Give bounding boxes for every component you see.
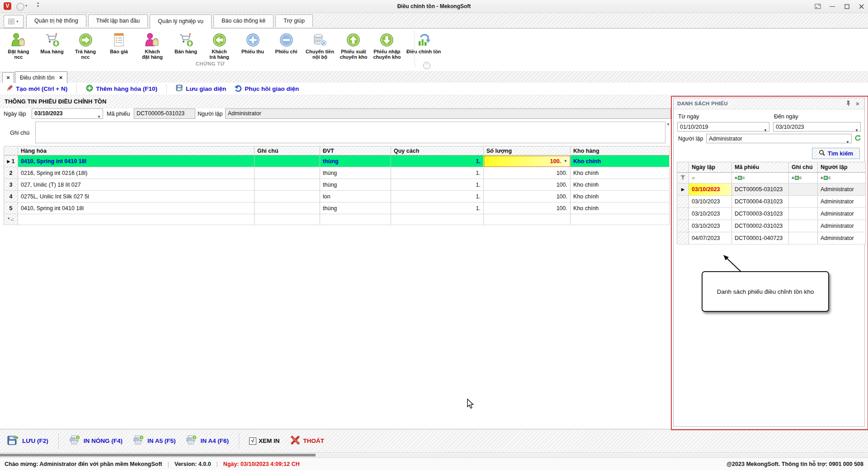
cell[interactable] bbox=[255, 167, 320, 179]
action-link-2[interactable]: Lưu giao diện bbox=[176, 85, 226, 93]
minimize-button[interactable]: — bbox=[828, 2, 836, 10]
cell[interactable]: 2 bbox=[4, 167, 18, 179]
ribbon-item-3[interactable]: Báo giá bbox=[102, 30, 136, 54]
cell[interactable]: Administrator bbox=[818, 183, 866, 196]
close-all-tabs-button[interactable]: × bbox=[2, 72, 14, 83]
footer-button-1[interactable]: ?IN NÓNG (F4) bbox=[69, 435, 123, 447]
cell[interactable] bbox=[677, 232, 689, 244]
column-header-2[interactable]: Mã phiếu bbox=[732, 162, 789, 173]
cell[interactable]: 100. bbox=[484, 191, 571, 202]
new-row[interactable]: * -: bbox=[4, 214, 670, 225]
column-header-0[interactable] bbox=[677, 162, 689, 173]
cell[interactable]: 100. bbox=[484, 167, 571, 179]
cell[interactable]: 0410, Spring int 0410 18l bbox=[18, 155, 255, 167]
cell[interactable]: 100. bbox=[484, 202, 571, 214]
cell[interactable]: DCT00003-031023 bbox=[732, 208, 789, 220]
chevron-down-icon[interactable]: ▼ bbox=[846, 137, 849, 147]
ribbon-item-11[interactable]: Phiếu nhập chuyển kho bbox=[370, 30, 404, 60]
cell[interactable]: DCT00005-031023 bbox=[732, 183, 789, 196]
refresh-icon[interactable] bbox=[854, 135, 861, 143]
cell[interactable]: 1. bbox=[391, 202, 484, 214]
cell[interactable] bbox=[255, 179, 320, 191]
ribbon-item-9[interactable]: Chuyển tiền nội bộ bbox=[303, 30, 337, 60]
cell[interactable]: DCT00004-031023 bbox=[732, 196, 789, 208]
cell[interactable]: 100.▼ bbox=[484, 155, 571, 167]
column-header-6[interactable]: Kho hàng bbox=[571, 146, 670, 155]
column-header-4[interactable]: Người lập bbox=[818, 162, 866, 173]
cell[interactable]: 03/10/2023 bbox=[689, 208, 732, 220]
cell[interactable]: thùng bbox=[320, 155, 391, 167]
menu-tab-4[interactable]: Trợ giúp bbox=[275, 14, 313, 27]
table-row[interactable]: ▶10410, Spring int 0410 18lthùng1.100.▼K… bbox=[4, 155, 670, 167]
filter-row[interactable]: =ABCABCABC bbox=[677, 173, 866, 183]
cell[interactable]: 03/10/2023 bbox=[689, 196, 732, 208]
column-header-3[interactable]: ĐVT bbox=[320, 146, 391, 155]
cell[interactable]: ▶1 bbox=[4, 155, 18, 167]
application-menu-button[interactable]: ▼ bbox=[4, 15, 24, 28]
cell[interactable] bbox=[255, 155, 320, 167]
ribbon-item-10[interactable]: Phiếu xuất chuyển kho bbox=[337, 30, 370, 60]
cell[interactable] bbox=[789, 232, 818, 244]
table-row[interactable]: 3027, Unilic (T) 18 lít 027thùng1.100.Kh… bbox=[4, 179, 670, 191]
cell[interactable]: Administrator bbox=[818, 196, 866, 208]
filter-cell[interactable]: ABC bbox=[732, 173, 789, 183]
maximize-button[interactable] bbox=[843, 2, 851, 10]
action-link-3[interactable]: Phục hồi giao diện bbox=[234, 85, 299, 93]
table-row[interactable]: 20216, Spring int 0216 (18l)thùng1.100.K… bbox=[4, 167, 670, 179]
den-ngay-field[interactable]: 03/10/2023 ▼ bbox=[773, 122, 861, 132]
cell[interactable]: 1. bbox=[391, 179, 484, 191]
close-window-button[interactable] bbox=[857, 2, 865, 10]
cell[interactable] bbox=[320, 214, 391, 225]
cell[interactable]: thùng bbox=[320, 167, 391, 179]
cell[interactable] bbox=[255, 214, 320, 225]
chevron-down-icon[interactable]: ▼ bbox=[97, 112, 101, 122]
cell[interactable]: 0216, Spring int 0216 (18l) bbox=[18, 167, 255, 179]
search-button[interactable]: Tìm kiếm bbox=[812, 148, 860, 159]
horizontal-scrollbar[interactable] bbox=[0, 454, 316, 456]
ghi-chu-textarea[interactable] bbox=[35, 122, 665, 143]
filter-cell[interactable]: ABC bbox=[789, 173, 818, 183]
cell[interactable] bbox=[484, 214, 571, 225]
close-tab-icon[interactable]: × bbox=[59, 74, 63, 81]
cell[interactable] bbox=[789, 220, 818, 232]
cell[interactable]: 03/10/2023 bbox=[689, 220, 732, 232]
cell[interactable]: Administrator bbox=[818, 208, 866, 220]
cell[interactable]: 4 bbox=[4, 191, 18, 202]
cell[interactable]: thùng bbox=[320, 179, 391, 191]
checkbox-icon[interactable]: √ bbox=[249, 437, 256, 445]
cell[interactable]: Kho chính bbox=[571, 179, 670, 191]
menu-tab-3[interactable]: Báo cáo thống kê bbox=[213, 14, 274, 27]
fullscreen-button[interactable] bbox=[814, 2, 822, 10]
cell[interactable]: DCT00002-031023 bbox=[732, 220, 789, 232]
chevron-down-icon[interactable]: ▼ bbox=[564, 159, 567, 163]
action-link-1[interactable]: Thêm hàng hóa (F10) bbox=[86, 85, 157, 93]
menu-tab-0[interactable]: Quản trị hệ thống bbox=[26, 14, 86, 27]
column-header-5[interactable]: Số lượng bbox=[484, 146, 571, 155]
footer-button-2[interactable]: ?IN A5 (F5) bbox=[132, 435, 176, 447]
cell[interactable] bbox=[789, 183, 818, 196]
cell[interactable]: 1. bbox=[391, 155, 484, 167]
phieu-row[interactable]: 03/10/2023DCT00004-031023Administrator bbox=[677, 196, 866, 208]
column-header-0[interactable] bbox=[4, 146, 18, 155]
thoat-button[interactable]: THOÁT bbox=[290, 435, 325, 446]
cell[interactable] bbox=[789, 196, 818, 208]
cell[interactable]: 3 bbox=[4, 179, 18, 191]
ribbon-collapse-button[interactable]: ˆ bbox=[423, 62, 430, 69]
column-header-1[interactable]: Ngày lập bbox=[689, 162, 732, 173]
phieu-row[interactable]: 04/07/2023DCT00001-040723Administrator bbox=[677, 232, 866, 244]
cell[interactable] bbox=[677, 220, 689, 232]
phieu-row[interactable]: 03/10/2023DCT00003-031023Administrator bbox=[677, 208, 866, 220]
cell[interactable]: 0410, Spring int 0410 18l bbox=[18, 202, 255, 214]
cell[interactable]: 027, Unilic (T) 18 lít 027 bbox=[18, 179, 255, 191]
cell[interactable]: lon bbox=[320, 191, 391, 202]
cell[interactable]: Kho chính bbox=[571, 191, 670, 202]
phieu-row[interactable]: ▶03/10/2023DCT00005-031023Administrator bbox=[677, 183, 866, 196]
cell[interactable]: Administrator bbox=[818, 220, 866, 232]
cell[interactable]: 04/07/2023 bbox=[689, 232, 732, 244]
ribbon-item-0[interactable]: Đặt hàng ncc bbox=[2, 30, 35, 60]
cell[interactable]: 1. bbox=[391, 167, 484, 179]
ma-phieu-field[interactable]: DCT00005-031023 bbox=[134, 108, 195, 119]
ribbon-item-7[interactable]: Phiếu thu bbox=[236, 30, 269, 54]
ngay-lap-field[interactable]: 03/10/2023 ▼ bbox=[32, 108, 103, 119]
cell[interactable] bbox=[391, 214, 484, 225]
